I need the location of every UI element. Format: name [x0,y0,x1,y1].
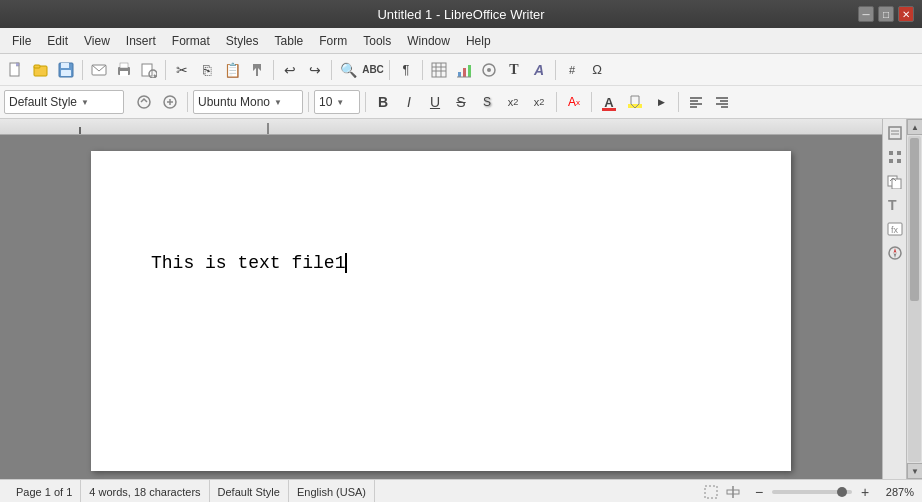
close-button[interactable]: ✕ [898,6,914,22]
zoom-in-button[interactable]: + [856,483,874,501]
zoom-out-button[interactable]: − [750,483,768,501]
sep12 [591,92,592,112]
svg-marker-51 [893,253,896,258]
font-color-button[interactable]: A [597,90,621,114]
sidebar-functions-button[interactable]: fx [885,219,905,239]
font-dropdown-arrow: ▼ [274,98,282,107]
svg-point-24 [138,96,150,108]
sep11 [556,92,557,112]
superscript-button[interactable]: x2 [501,90,525,114]
right-sidebar: T fx [882,119,906,479]
sidebar-properties-button[interactable] [885,147,905,167]
language-section: English (USA) [289,480,375,502]
chart-button[interactable] [452,58,476,82]
scroll-thumb[interactable] [910,138,919,301]
table-insert-button[interactable] [427,58,451,82]
sidebar-styles-button[interactable] [885,123,905,143]
sep1 [82,60,83,80]
italic-button[interactable]: I [397,90,421,114]
print-button[interactable] [112,58,136,82]
preview-button[interactable] [137,58,161,82]
maximize-button[interactable]: □ [878,6,894,22]
word-count: 4 words, 18 characters [89,486,200,498]
menu-window[interactable]: Window [399,31,458,51]
email-button[interactable] [87,58,111,82]
selection-mode-button[interactable] [702,483,720,501]
draw-button[interactable] [477,58,501,82]
shadow-button[interactable]: S [475,90,499,114]
sep4 [331,60,332,80]
menu-tools[interactable]: Tools [355,31,399,51]
scroll-up-button[interactable]: ▲ [907,119,922,135]
menu-styles[interactable]: Styles [218,31,267,51]
new-style-button[interactable] [158,90,182,114]
menu-help[interactable]: Help [458,31,499,51]
svg-rect-41 [897,151,901,155]
underline-button[interactable]: U [423,90,447,114]
align-right-button[interactable] [710,90,734,114]
more-button[interactable]: ▶ [649,90,673,114]
sep6 [422,60,423,80]
paste-button[interactable]: 📋 [220,58,244,82]
menu-table[interactable]: Table [267,31,312,51]
save-button[interactable] [54,58,78,82]
toolbar-standard: ✂ ⎘ 📋 ↩ ↪ 🔍 ABC ¶ T A # Ω [0,54,922,86]
spell-button[interactable]: ABC [361,58,385,82]
menu-edit[interactable]: Edit [39,31,76,51]
clear-format-button[interactable]: Ax [562,90,586,114]
nonprint-button[interactable]: ¶ [394,58,418,82]
svg-rect-19 [463,68,466,77]
bold-button[interactable]: B [371,90,395,114]
align-left-button[interactable] [684,90,708,114]
svg-point-23 [487,68,491,72]
sidebar-gallery-button[interactable] [885,171,905,191]
menu-view[interactable]: View [76,31,118,51]
svg-text:T: T [888,197,897,213]
font-dropdown[interactable]: Ubuntu Mono ▼ [193,90,303,114]
zoom-level: 287% [878,486,914,498]
subscript-button[interactable]: x2 [527,90,551,114]
open-button[interactable] [29,58,53,82]
menu-insert[interactable]: Insert [118,31,164,51]
menu-file[interactable]: File [4,31,39,51]
cut-button[interactable]: ✂ [170,58,194,82]
new-button[interactable] [4,58,28,82]
zoom-slider[interactable] [772,490,852,494]
insert-mode-button[interactable] [724,483,742,501]
svg-marker-50 [893,248,896,253]
strikethrough-button[interactable]: S [449,90,473,114]
style-dropdown[interactable]: Default Style ▼ [4,90,124,114]
horizontal-ruler [0,119,882,135]
sidebar-compass-button[interactable] [885,243,905,263]
word-count-section: 4 words, 18 characters [81,480,209,502]
find-button[interactable]: 🔍 [336,58,360,82]
minimize-button[interactable]: ─ [858,6,874,22]
current-style: Default Style [218,486,280,498]
size-dropdown[interactable]: 10 ▼ [314,90,360,114]
sidebar-navigator-button[interactable]: T [885,195,905,215]
menu-form[interactable]: Form [311,31,355,51]
sep9 [308,92,309,112]
scroll-down-button[interactable]: ▼ [907,463,922,479]
fields-button[interactable]: # [560,58,584,82]
undo-button[interactable]: ↩ [278,58,302,82]
svg-rect-9 [120,63,128,68]
vertical-scrollbar: ▲ ▼ [906,119,922,479]
copy-button[interactable]: ⎘ [195,58,219,82]
style-value: Default Style [9,95,77,109]
svg-rect-5 [61,70,71,76]
document-content[interactable]: This is text file1 [151,251,731,276]
menu-format[interactable]: Format [164,31,218,51]
special-char-button[interactable]: Ω [585,58,609,82]
clone-button[interactable] [245,58,269,82]
document-page[interactable]: This is text file1 [91,151,791,471]
style-update-button[interactable] [132,90,156,114]
highlight-button[interactable] [623,90,647,114]
sep10 [365,92,366,112]
svg-rect-37 [889,127,901,139]
textbox-button[interactable]: T [502,58,526,82]
svg-rect-8 [120,71,128,76]
document-text: This is text file1 [151,253,345,273]
fontwork-button[interactable]: A [527,58,551,82]
redo-button[interactable]: ↪ [303,58,327,82]
